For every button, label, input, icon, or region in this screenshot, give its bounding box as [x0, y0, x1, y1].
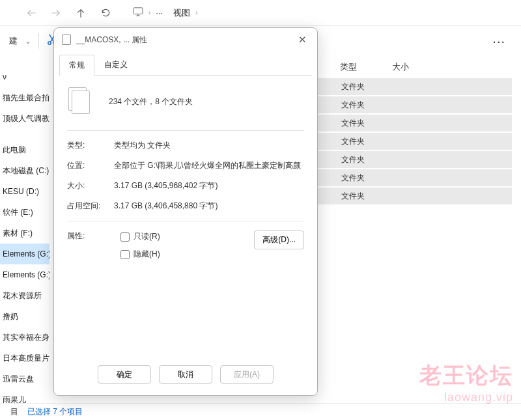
- tab-panel: 234 个文件，8 个文件夹 类型:类型均为 文件夹 位置:全部位于 G:\雨果…: [59, 75, 312, 356]
- sidebar-item[interactable]: 其实幸福在身: [0, 327, 49, 348]
- sidebar-item[interactable]: 雨果儿: [0, 389, 49, 403]
- cell-type: 文件夹: [341, 118, 365, 129]
- sidebar-item[interactable]: 猫先生最合拍: [0, 87, 49, 108]
- cell-type: 文件夹: [341, 81, 365, 92]
- status-count: 目: [10, 406, 18, 417]
- refresh-icon[interactable]: [100, 8, 111, 18]
- cell-type: 文件夹: [341, 136, 365, 147]
- sidebar-item[interactable]: 顶级人气调教: [0, 108, 49, 129]
- ok-button[interactable]: 确定: [98, 365, 151, 384]
- summary-row: 234 个文件，8 个文件夹: [67, 87, 304, 116]
- actions-left: 建 ⌄: [9, 33, 57, 49]
- location-label: 位置:: [67, 160, 114, 171]
- cell-type: 文件夹: [341, 154, 365, 165]
- summary-text: 234 个文件，8 个文件夹: [109, 96, 193, 107]
- sidebar-item[interactable]: 日本高质量片: [0, 348, 49, 369]
- back-icon[interactable]: [26, 8, 36, 18]
- chevron-right-icon: ›: [148, 9, 150, 16]
- size-on-disk-value: 3.17 GB (3,406,458,880 字节): [114, 201, 304, 212]
- divider: [38, 33, 39, 49]
- breadcrumb-view[interactable]: 视图: [173, 7, 190, 19]
- sidebar-item[interactable]: Elements (G:): [0, 264, 49, 285]
- close-icon[interactable]: ✕: [296, 31, 309, 48]
- new-button[interactable]: 建: [9, 35, 18, 47]
- hidden-label: 隐藏(H): [134, 249, 160, 260]
- attributes-row: 属性: 只读(R) 隐藏(H) 高级(D)...: [67, 231, 304, 260]
- cell-type: 文件夹: [341, 173, 365, 184]
- sidebar-item[interactable]: 此电脑: [0, 139, 49, 160]
- sidebar-item[interactable]: 素材 (F:): [0, 223, 49, 244]
- chevron-right-icon: ›: [195, 9, 197, 16]
- up-icon[interactable]: [76, 8, 86, 18]
- location-value: 全部位于 G:\雨果儿\曾经火爆全网的私圈土豪定制高颜: [114, 160, 304, 171]
- cell-type: 文件夹: [341, 191, 365, 202]
- sidebar: ν猫先生最合拍顶级人气调教此电脑本地磁盘 (C:)KESU (D:)软件 (E:…: [0, 56, 49, 403]
- size-value: 3.17 GB (3,405,968,402 字节): [114, 180, 304, 191]
- monitor-icon: [133, 7, 143, 18]
- document-icon: [62, 35, 71, 45]
- sidebar-item[interactable]: 撸奶: [0, 306, 49, 327]
- column-size[interactable]: 大小: [392, 61, 444, 73]
- chevron-down-icon: ⌄: [25, 38, 31, 45]
- size-on-disk-label: 占用空间:: [67, 201, 114, 212]
- sidebar-item[interactable]: 软件 (E:): [0, 202, 49, 223]
- sidebar-item[interactable]: Elements (G:): [0, 244, 49, 264]
- dialog-titlebar: __MACOSX, ... 属性 ✕: [54, 28, 317, 51]
- forward-icon[interactable]: [51, 8, 61, 18]
- nav-icons: [26, 8, 111, 18]
- sidebar-item[interactable]: KESU (D:): [0, 181, 49, 202]
- apply-button[interactable]: 应用(A): [220, 365, 274, 384]
- tab-custom[interactable]: 自定义: [94, 54, 137, 75]
- status-selected: 已选择 7 个项目: [27, 406, 83, 417]
- tab-general[interactable]: 常规: [59, 55, 94, 76]
- dialog-buttons: 确定 取消 应用(A): [54, 356, 317, 395]
- sidebar-item[interactable]: ν: [0, 66, 49, 87]
- readonly-label: 只读(R): [134, 231, 160, 242]
- dialog-title: __MACOSX, ... 属性: [76, 35, 147, 46]
- properties-dialog: __MACOSX, ... 属性 ✕ 常规 自定义 234 个文件，8 个文件夹…: [53, 27, 318, 396]
- hidden-checkbox[interactable]: 隐藏(H): [120, 249, 160, 260]
- breadcrumb-dots[interactable]: ···: [156, 8, 163, 18]
- advanced-button[interactable]: 高级(D)...: [254, 231, 304, 249]
- type-label: 类型:: [67, 140, 114, 151]
- attrs-label: 属性:: [67, 231, 114, 242]
- status-bar: 目 已选择 7 个项目: [0, 403, 521, 420]
- window-toolbar: › ··· 视图 ›: [0, 0, 521, 26]
- type-value: 类型均为 文件夹: [114, 140, 304, 151]
- overflow-icon[interactable]: ···: [492, 34, 505, 49]
- breadcrumb[interactable]: › ··· 视图 ›: [133, 7, 198, 19]
- sidebar-item[interactable]: 花木资源所: [0, 285, 49, 306]
- cancel-button[interactable]: 取消: [159, 365, 212, 384]
- sidebar-item[interactable]: 迅雷云盘: [0, 369, 49, 389]
- divider: [67, 130, 304, 131]
- divider: [67, 221, 304, 221]
- cell-type: 文件夹: [341, 100, 365, 111]
- dialog-tabs: 常规 自定义: [54, 51, 317, 75]
- size-label: 大小:: [67, 180, 114, 191]
- readonly-checkbox[interactable]: 只读(R): [120, 231, 160, 242]
- sidebar-item[interactable]: 本地磁盘 (C:): [0, 160, 49, 181]
- multi-file-icon: [67, 87, 94, 116]
- svg-rect-0: [134, 8, 143, 14]
- column-type[interactable]: 类型: [340, 61, 392, 73]
